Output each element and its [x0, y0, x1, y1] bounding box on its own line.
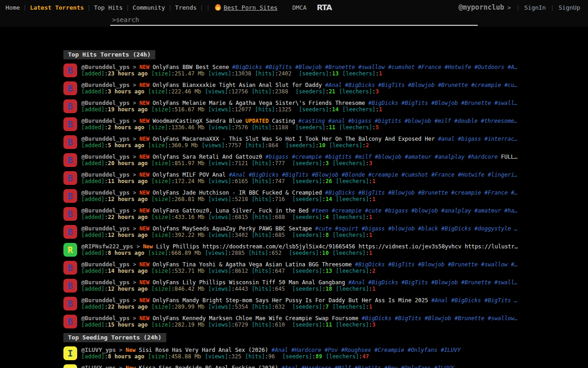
hits-stat: [hits]:610 — [252, 322, 285, 328]
uploader-avatar[interactable]: B — [63, 315, 77, 328]
size-label: [size] — [152, 304, 171, 310]
torrent-tags[interactable]: #Anal #BigDicks #BigTits … — [431, 297, 518, 304]
size-label: [size] — [152, 322, 171, 328]
colon: : — [105, 268, 108, 274]
views-stat: [views]:325 — [205, 353, 242, 360]
torrent-title[interactable]: OnlyFans Mandy Bright Step-mom Says Her … — [153, 297, 428, 304]
uploader-avatar[interactable]: B — [63, 63, 77, 77]
nav-item-home[interactable]: Home — [6, 4, 20, 11]
hits-value: 652 — [271, 250, 282, 256]
torrent-tags[interactable]: #Anal #Hardcore #Milf #Bigtits #Pov #Onl… — [282, 365, 454, 368]
nav-item-top-hits[interactable]: Top Hits — [94, 4, 123, 11]
uploader-name[interactable]: @Burunddel_yps — [81, 279, 130, 286]
torrent-title[interactable]: OnlyFans Bianxxxkie Tight Asian Anal Slu… — [153, 82, 322, 88]
torrent-tags[interactable]: #Anal #Hardcore #Pov #Roughsex #Creampie… — [271, 347, 461, 353]
divider: | — [206, 4, 210, 11]
uploader-name[interactable]: @Burunddel_yps — [81, 315, 130, 322]
uploader-avatar[interactable]: B — [63, 135, 77, 149]
uploader-name[interactable]: @ILUVY_yps — [81, 364, 116, 368]
torrent-title[interactable]: OnlyFans MacarenaXXX - This Slut Was So … — [153, 136, 435, 142]
colon: : — [105, 178, 108, 184]
torrent-tags[interactable]: #Anal #BigDicks #BigTits #Blowjob #Brune… — [325, 82, 518, 88]
torrent-title[interactable]: OnlyFans Gattouz0, Luna Silver, Fuck in … — [153, 207, 309, 214]
torrent-title[interactable]: OnlyFans Melanie Marie & Agatha Vega Sis… — [153, 100, 365, 106]
uploader-name[interactable]: @Burunddel_yps — [81, 297, 130, 304]
uploader-avatar[interactable]: I — [63, 364, 77, 368]
added-stat: [added]:22 hours ago — [81, 214, 148, 220]
torrent-tags[interactable]: #BigDicks #BigTits #Blowjob #Brunette #s… — [368, 100, 518, 106]
hits-value: 647 — [275, 268, 285, 274]
torrent-tags[interactable]: #cute #squirt #bigass #blowjob #black #B… — [315, 225, 518, 232]
uploader-avatar[interactable]: B — [63, 171, 77, 185]
torrent-title[interactable]: OnlyFans Lily Phillips Wisconsin Tiff 50… — [153, 279, 345, 286]
torrent-title[interactable]: Lily Phillips https://doodstream.com/e/l… — [156, 243, 518, 250]
uploader-name[interactable]: @Burunddel_yps — [81, 135, 130, 142]
uploader-avatar[interactable]: B — [63, 189, 77, 203]
torrent-title[interactable]: WoodmanCastingX Sandra Blue — [153, 118, 242, 124]
uploader-avatar[interactable]: B — [63, 99, 77, 113]
torrent-title[interactable]: Onlyfans MILF POV Anal — [153, 172, 226, 178]
torrent-tags[interactable]: #casting #anal #bigass #bigtits #blowjob… — [299, 118, 518, 124]
uploader-avatar[interactable]: B — [63, 225, 77, 239]
uploader-avatar[interactable]: B — [63, 81, 77, 95]
added-value: 12 hours ago — [108, 286, 148, 292]
nav-item-latest-torrents[interactable]: Latest Torrents — [30, 4, 84, 11]
added-stat: [added]:2 hours ago — [81, 124, 144, 131]
search-input[interactable] — [110, 15, 478, 26]
torrent-title[interactable]: OnlyFans Kennedy Marksen Chloe Mae Wife … — [153, 315, 358, 322]
torrent-tags[interactable]: #teen #creampie #cute #bigass #blowjob #… — [312, 207, 518, 214]
promo-link[interactable]: Best Porn Sites — [215, 4, 277, 11]
uploader-name[interactable]: @Burunddel_yps — [81, 261, 130, 268]
torrent-title[interactable]: Onlyfans Sara Retali And Gattouz0 — [153, 154, 262, 160]
uploader-name[interactable]: @Burunddel_yps — [81, 171, 130, 178]
torrent-title[interactable]: OnlyFans BBW Best Scene — [153, 64, 229, 70]
torrent-tags[interactable]: #bigass #creampie #bigtits #milf #blowjo… — [266, 154, 498, 160]
torrent-title[interactable]: Sisi Rose Has Very Hard Anal Sex (2026) — [139, 347, 268, 353]
signup-link[interactable]: SignUp — [559, 4, 580, 11]
uploader-name[interactable]: @Burunddel_yps — [81, 207, 130, 214]
uploader-avatar[interactable]: B — [63, 297, 77, 310]
torrent-tags[interactable]: #BigDicks #BigTits #Blowjob #Brunette #s… — [362, 315, 518, 322]
uploader-avatar[interactable]: R — [63, 243, 77, 257]
uploader-avatar[interactable]: I — [63, 346, 77, 360]
hits-stat: [hits]:652 — [249, 250, 282, 256]
uploader-name[interactable]: @Burunddel_yps — [81, 189, 130, 196]
torrent-title-cont[interactable]: Casting — [272, 118, 295, 124]
uploader-name[interactable]: @RIPNsfw222_yps — [81, 243, 133, 250]
uploader-avatar[interactable]: B — [63, 207, 77, 221]
uploader-name[interactable]: @ILUVY_yps — [81, 346, 116, 353]
torrent-tags[interactable]: #BigDicks #BigTits #Blowjob #Brunette #c… — [325, 190, 518, 196]
uploader-name[interactable]: @Burunddel_yps — [81, 99, 130, 106]
hits-value: 1188 — [275, 124, 288, 131]
torrent-title[interactable]: OnlyFans Jade Hutchison - IR BBC Fucked … — [153, 190, 322, 196]
uploader-name[interactable]: @Burunddel_yps — [81, 81, 130, 88]
torrent-title[interactable]: Kissa Sins Roadside BG Anal Fucking (202… — [139, 365, 278, 368]
hits-value: 1325 — [278, 106, 292, 113]
hits-label: [hits] — [252, 178, 271, 184]
colon: : — [265, 142, 268, 149]
signin-link[interactable]: SignIn — [524, 4, 546, 11]
dmca-link[interactable]: DMCA — [292, 4, 306, 11]
account-menu[interactable]: @mypornclub — [458, 3, 504, 12]
torrent-tags[interactable]: #Anal #BigDicks #BigTits #Blowjob #Blond… — [229, 172, 518, 178]
uploader-name[interactable]: @Burunddel_yps — [81, 63, 130, 70]
torrent-tags[interactable]: #BigDicks #BigTits #Blowjob #Brunette #s… — [232, 64, 517, 70]
uploader-avatar[interactable]: B — [63, 117, 77, 131]
nav-item-community[interactable]: Community — [133, 4, 165, 11]
uploader-avatar[interactable]: B — [63, 153, 77, 167]
uploader-avatar[interactable]: B — [63, 261, 77, 275]
torrent-title[interactable]: Onlyfans MaySeeds AquaZay Perky PAWG BBC… — [153, 225, 312, 232]
torrent-tags[interactable]: #anal #bigass #interrac… — [438, 136, 517, 142]
uploader-name[interactable]: @Burunddel_yps — [81, 117, 130, 124]
torrent-tags[interactable]: #Anal #BigDicks #BigTits #Blowjob #Brune… — [348, 279, 517, 286]
torrent-tags[interactable]: #BigDicks #BigTits #Blowjob #Brunette #s… — [355, 261, 518, 268]
nav-item-trends[interactable]: Trends — [175, 4, 197, 11]
torrent-list: I@ILUVY_yps>NewSisi Rose Has Very Hard A… — [63, 346, 588, 368]
uploader-name[interactable]: @Burunddel_yps — [81, 225, 130, 232]
torrent-title[interactable]: OnlyFans Tina Yoshi & Agatha Vega Asian … — [153, 261, 351, 268]
promo-label[interactable]: Best Porn Sites — [224, 4, 277, 11]
uploader-name[interactable]: @Burunddel_yps — [81, 153, 130, 160]
colon: : — [232, 304, 235, 310]
uploader-avatar[interactable]: B — [63, 279, 77, 293]
chevron-right-icon: > — [133, 261, 136, 268]
